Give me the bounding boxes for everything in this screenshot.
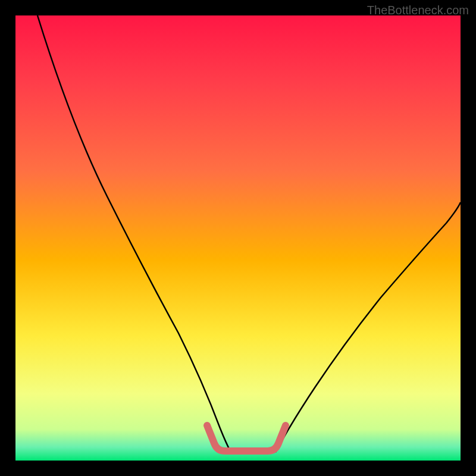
chart-area (0, 0, 476, 476)
watermark-text: TheBottleneck.com (367, 4, 469, 17)
chart-svg (0, 0, 476, 476)
chart-background-gradient (15, 15, 461, 461)
